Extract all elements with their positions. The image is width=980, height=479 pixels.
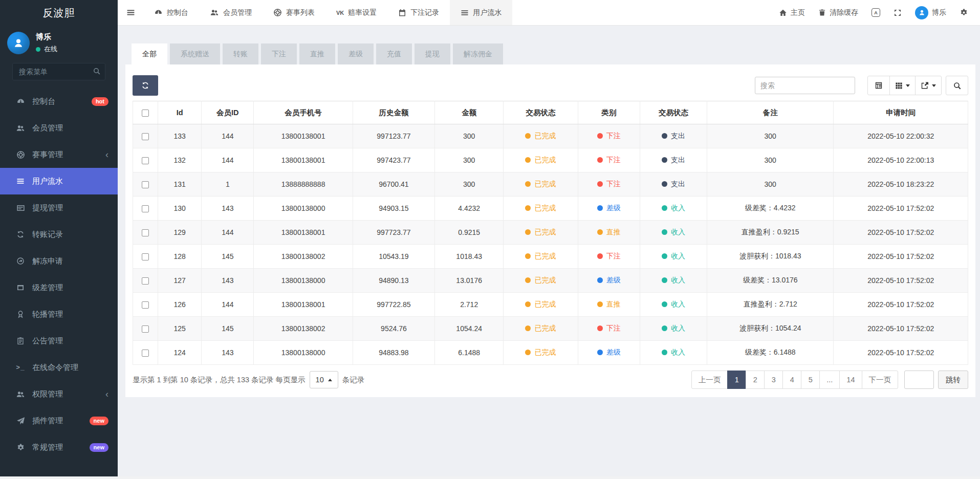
sidebar-item-赛事管理[interactable]: 赛事管理‹: [0, 141, 118, 168]
caret-down-icon: [932, 84, 936, 87]
row-status: 已完成: [504, 293, 578, 317]
page-button-4[interactable]: 4: [782, 371, 801, 389]
topnav-clear-cache-button[interactable]: 清除缓存: [812, 0, 865, 25]
page-button-下一页[interactable]: 下一页: [862, 371, 899, 389]
page-button-上一页[interactable]: 上一页: [691, 371, 728, 389]
row-category: 下注: [578, 245, 640, 269]
sidebar-item-提现管理[interactable]: 提现管理: [0, 194, 118, 221]
refresh-button[interactable]: [133, 75, 158, 96]
columns-button[interactable]: [889, 76, 916, 95]
sidebar-item-在线命令管理[interactable]: >_在线命令管理: [0, 354, 118, 381]
status-dot-icon: [662, 133, 667, 139]
status-dot-icon: [662, 181, 667, 187]
row-amount: 13.0176: [435, 269, 504, 293]
sidebar-item-会员管理[interactable]: 会员管理: [0, 115, 118, 141]
app-title: 反波胆: [0, 0, 118, 26]
row-checkbox[interactable]: [142, 277, 149, 285]
column-header-Id: Id: [158, 101, 202, 124]
search-button[interactable]: [946, 76, 968, 95]
horizontal-scrollbar[interactable]: [0, 476, 980, 479]
sidebar-item-解冻申请[interactable]: 解冻申请: [0, 248, 118, 274]
sidebar-item-常规管理[interactable]: 常规管理new: [0, 434, 118, 461]
status-dot-icon: [597, 350, 603, 355]
row-checkbox[interactable]: [142, 181, 149, 188]
tab-充值[interactable]: 充值: [376, 43, 412, 64]
row-checkbox[interactable]: [142, 205, 149, 212]
tab-系统赠送[interactable]: 系统赠送: [170, 43, 220, 64]
sidebar-item-公告管理[interactable]: 公告管理: [0, 328, 118, 354]
row-checkbox[interactable]: [142, 157, 149, 164]
topnav-item-用户流水[interactable]: 用户流水: [450, 0, 512, 25]
status-label: 支出: [671, 180, 685, 188]
row-checkbox[interactable]: [142, 325, 149, 333]
tab-解冻佣金[interactable]: 解冻佣金: [453, 43, 503, 64]
row-checkbox[interactable]: [142, 350, 149, 357]
topnav-item-赛事列表[interactable]: 赛事列表: [263, 0, 325, 25]
sidebar-item-插件管理[interactable]: 插件管理new: [0, 407, 118, 434]
row-checkbox[interactable]: [142, 229, 149, 236]
topnav-item-label: 赔率设置: [348, 8, 377, 17]
sidebar-search-input[interactable]: [12, 63, 105, 80]
page-button-2[interactable]: 2: [746, 371, 765, 389]
row-checkbox[interactable]: [142, 253, 149, 260]
sidebar-item-权限管理[interactable]: 权限管理‹: [0, 381, 118, 407]
row-amount: 300: [435, 124, 504, 148]
page-button-14[interactable]: 14: [839, 371, 862, 389]
status-dot-icon: [597, 133, 603, 139]
status-label: 收入: [671, 300, 685, 308]
tab-转账[interactable]: 转账: [223, 43, 258, 64]
language-icon: A: [872, 8, 880, 17]
topnav-settings-button[interactable]: [953, 0, 975, 25]
topnav-profile-button[interactable]: 博乐: [908, 0, 953, 25]
topnav-item-下注记录[interactable]: 下注记录: [387, 0, 450, 25]
tab-提现[interactable]: 提现: [415, 43, 450, 64]
row-id: 132: [158, 148, 202, 172]
tab-差级[interactable]: 差级: [338, 43, 374, 64]
table-search-input[interactable]: [755, 77, 855, 94]
top-navbar: 控制台会员管理赛事列表VK赔率设置下注记录用户流水 主页清除缓存A博乐: [118, 0, 980, 26]
export-button[interactable]: [915, 76, 942, 95]
sidebar-item-用户流水[interactable]: 用户流水: [0, 168, 118, 194]
table-toolbar: [133, 75, 968, 96]
row-member-id: 145: [202, 317, 254, 341]
row-flow: 收入: [640, 293, 707, 317]
row-history-amount: 997123.77: [353, 124, 434, 148]
topnav-home-button[interactable]: 主页: [772, 0, 812, 25]
calendar-icon: [398, 9, 406, 17]
row-checkbox[interactable]: [142, 133, 149, 140]
row-checkbox[interactable]: [142, 301, 149, 309]
topnav-item-控制台[interactable]: 控制台: [143, 0, 199, 25]
row-member-id: 145: [202, 245, 254, 269]
page-button-3[interactable]: 3: [764, 371, 783, 389]
vk-icon: VK: [336, 10, 344, 16]
select-all-checkbox[interactable]: [142, 110, 149, 117]
row-amount: 4.4232: [435, 197, 504, 221]
sidebar-toggle-button[interactable]: [118, 0, 143, 25]
tab-全部[interactable]: 全部: [132, 43, 167, 64]
row-flow: 收入: [640, 245, 707, 269]
row-amount: 300: [435, 172, 504, 197]
topnav-language-button[interactable]: A: [865, 0, 887, 25]
row-select-cell: [133, 245, 158, 269]
sidebar-item-转账记录[interactable]: 转账记录: [0, 221, 118, 248]
sidebar-item-label: 赛事管理: [32, 150, 63, 160]
sidebar-item-级差管理[interactable]: 级差管理: [0, 274, 118, 301]
sidebar-item-控制台[interactable]: 控制台hot: [0, 88, 118, 115]
row-time: 2022-05-10 17:52:02: [834, 245, 968, 269]
detail-view-button[interactable]: [867, 76, 890, 95]
topnav-item-赔率设置[interactable]: VK赔率设置: [325, 0, 387, 25]
row-category: 差级: [578, 197, 640, 221]
row-select-cell: [133, 341, 158, 365]
sidebar-item-轮播管理[interactable]: 轮播管理: [0, 301, 118, 328]
page-button-1[interactable]: 1: [727, 371, 746, 389]
page-size-select[interactable]: 10: [310, 371, 338, 388]
caret-up-icon: [328, 379, 332, 381]
page-jump-button[interactable]: 跳转: [938, 371, 968, 389]
page-button-5[interactable]: 5: [801, 371, 820, 389]
page-jump-input[interactable]: [904, 371, 934, 389]
tab-下注[interactable]: 下注: [261, 43, 297, 64]
tab-直推[interactable]: 直推: [299, 43, 335, 64]
select-all-header: [133, 101, 158, 124]
topnav-fullscreen-button[interactable]: [887, 0, 908, 25]
topnav-item-会员管理[interactable]: 会员管理: [199, 0, 263, 25]
